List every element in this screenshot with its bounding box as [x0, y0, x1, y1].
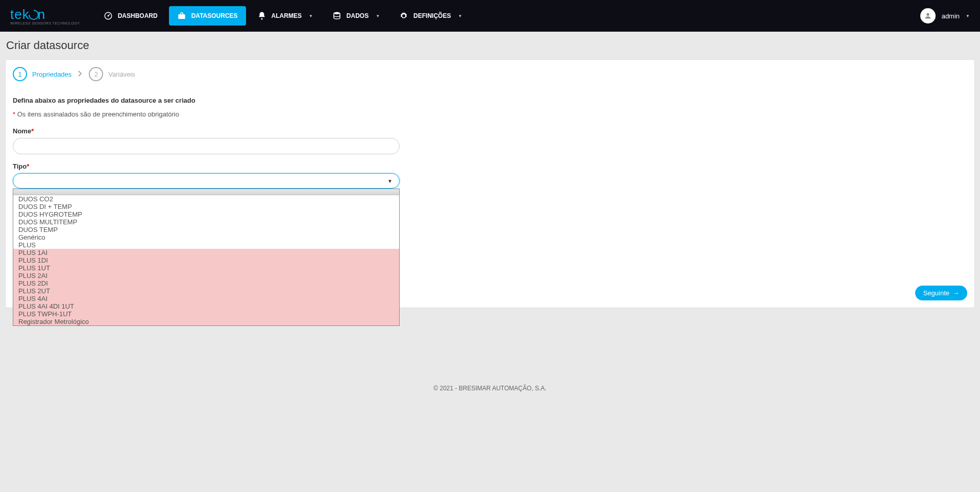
dropdown-item[interactable]: Registrador Metrológico [13, 318, 399, 325]
form-intro: Defina abaixo as propriedades do datasou… [13, 97, 967, 104]
nav-label: DASHBOARD [118, 12, 158, 19]
dropdown-item[interactable]: PLUS 2UT [13, 287, 399, 295]
nav-label: DADOS [347, 12, 369, 19]
nome-input[interactable] [13, 138, 400, 154]
required-note: * Os itens assinalados são de preenchime… [13, 110, 967, 118]
dropdown-item[interactable]: DUOS TEMP [13, 226, 399, 233]
brand-tagline: WIRELESS SENSORS TECHNOLOGY [10, 21, 80, 25]
chevron-down-icon: ▼ [458, 14, 462, 18]
svg-point-1 [107, 15, 109, 17]
page-title: Criar datasource [0, 32, 980, 59]
step-label: Variáveis [108, 71, 135, 78]
gear-icon [399, 11, 408, 20]
database-icon [332, 11, 341, 20]
step-number: 2 [89, 67, 103, 81]
nome-group: Nome* [13, 127, 400, 154]
chevron-down-icon: ▼ [966, 14, 970, 18]
dropdown-item[interactable]: DUOS MULTITEMP [13, 218, 399, 226]
svg-point-3 [261, 18, 262, 20]
tipo-group: Tipo* ▼ DUOS CO2DUOS DI + TEMPDUOS HYGRO… [13, 162, 400, 189]
main-nav: DASHBOARD DATASOURCES ALARMES ▼ DADOS [95, 6, 471, 26]
form-card: 1 Propriedades 2 Variáveis Defina abaixo… [5, 59, 975, 308]
dropdown-item[interactable]: PLUS 2DI [13, 279, 399, 287]
stepper: 1 Propriedades 2 Variáveis [13, 67, 967, 81]
dropdown-item[interactable]: DUOS HYGROTEMP [13, 210, 399, 218]
brand-logo[interactable]: tekn WIRELESS SENSORS TECHNOLOGY [10, 7, 80, 25]
nome-label: Nome* [13, 127, 400, 135]
svg-point-5 [926, 13, 929, 16]
dropdown-header [13, 189, 399, 195]
step-label: Propriedades [32, 71, 71, 78]
header-left: tekn WIRELESS SENSORS TECHNOLOGY DASHBOA… [10, 6, 470, 26]
dropdown-item[interactable]: PLUS 2AI [13, 272, 399, 279]
next-button[interactable]: Seguinte → [915, 286, 967, 300]
step-number: 1 [13, 67, 27, 81]
top-header: tekn WIRELESS SENSORS TECHNOLOGY DASHBOA… [0, 0, 980, 32]
svg-rect-2 [178, 14, 185, 19]
avatar [920, 8, 936, 24]
tipo-label: Tipo* [13, 162, 400, 170]
briefcase-icon [177, 11, 186, 20]
step-propriedades[interactable]: 1 Propriedades [13, 67, 71, 81]
tipo-select-wrap: ▼ [13, 173, 400, 189]
dropdown-item[interactable]: PLUS 1UT [13, 264, 399, 272]
chevron-down-icon: ▼ [376, 14, 380, 18]
required-star: * [31, 127, 34, 135]
dropdown-item[interactable]: PLUS [13, 241, 399, 249]
arrow-right-icon: → [952, 289, 959, 297]
dropdown-item[interactable]: PLUS 1AI [13, 249, 399, 256]
bell-icon [257, 11, 266, 20]
page-footer: © 2021 - BRESIMAR AUTOMAÇÃO, S.A. [0, 385, 980, 402]
chevron-down-icon: ▼ [309, 14, 313, 18]
required-star: * [27, 162, 29, 170]
nav-dados[interactable]: DADOS ▼ [324, 6, 388, 26]
nav-definicoes[interactable]: DEFINIÇÕES ▼ [391, 6, 470, 26]
dropdown-item[interactable]: PLUS TWPH-1UT [13, 310, 399, 318]
tipo-dropdown: DUOS CO2DUOS DI + TEMPDUOS HYGROTEMPDUOS… [13, 189, 400, 326]
dropdown-item[interactable]: DUOS CO2 [13, 195, 399, 203]
tipo-select[interactable] [13, 173, 400, 189]
nav-label: DEFINIÇÕES [413, 12, 451, 19]
dropdown-item[interactable]: PLUS 4AI [13, 295, 399, 302]
required-star: * [13, 110, 15, 118]
dashboard-icon [104, 11, 113, 20]
chevron-right-icon [78, 70, 83, 79]
nav-dashboard[interactable]: DASHBOARD [95, 6, 166, 26]
dropdown-item[interactable]: PLUS 1DI [13, 256, 399, 264]
dropdown-item[interactable]: Genérico [13, 233, 399, 241]
nav-label: DATASOURCES [191, 12, 238, 19]
nav-datasources[interactable]: DATASOURCES [169, 6, 246, 26]
nav-label: ALARMES [272, 12, 302, 19]
nav-alarmes[interactable]: ALARMES ▼ [249, 6, 321, 26]
user-name: admin [942, 12, 960, 20]
step-variaveis[interactable]: 2 Variáveis [89, 67, 135, 81]
brand-name: tekn [10, 7, 80, 22]
dropdown-item[interactable]: PLUS 4AI 4DI 1UT [13, 302, 399, 310]
user-menu[interactable]: admin ▼ [920, 8, 970, 24]
dropdown-item[interactable]: DUOS DI + TEMP [13, 203, 399, 210]
svg-point-4 [334, 12, 340, 15]
